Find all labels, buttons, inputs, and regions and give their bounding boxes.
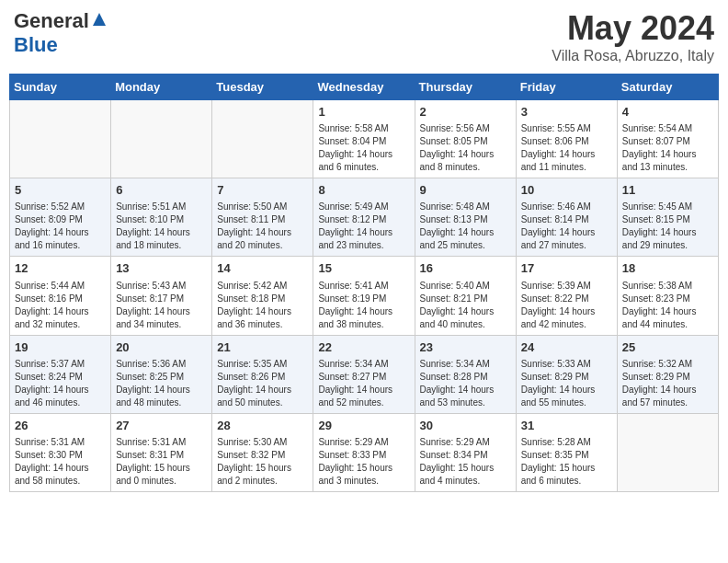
- day-info: Sunrise: 5:30 AM Sunset: 8:32 PM Dayligh…: [217, 436, 308, 488]
- day-of-week-header: Monday: [111, 75, 212, 100]
- day-info: Sunrise: 5:33 AM Sunset: 8:29 PM Dayligh…: [521, 358, 612, 409]
- calendar-cell: 17Sunrise: 5:39 AM Sunset: 8:22 PM Dayli…: [516, 257, 617, 335]
- logo: General Blue: [14, 9, 108, 57]
- day-info: Sunrise: 5:41 AM Sunset: 8:19 PM Dayligh…: [318, 280, 409, 331]
- calendar-cell: 28Sunrise: 5:30 AM Sunset: 8:32 PM Dayli…: [212, 413, 313, 491]
- calendar-cell: [617, 413, 718, 491]
- day-number: 21: [217, 339, 308, 356]
- calendar-cell: 18Sunrise: 5:38 AM Sunset: 8:23 PM Dayli…: [617, 257, 718, 335]
- day-number: 15: [318, 260, 409, 277]
- calendar-week-row: 5Sunrise: 5:52 AM Sunset: 8:09 PM Daylig…: [10, 178, 719, 257]
- day-info: Sunrise: 5:45 AM Sunset: 8:15 PM Dayligh…: [622, 201, 713, 252]
- day-info: Sunrise: 5:36 AM Sunset: 8:25 PM Dayligh…: [116, 358, 207, 409]
- page-header: General Blue May 2024 Villa Rosa, Abruzz…: [9, 9, 719, 64]
- day-info: Sunrise: 5:34 AM Sunset: 8:27 PM Dayligh…: [318, 358, 409, 409]
- day-info: Sunrise: 5:29 AM Sunset: 8:33 PM Dayligh…: [318, 436, 409, 488]
- location-text: Villa Rosa, Abruzzo, Italy: [552, 48, 714, 64]
- day-number: 25: [622, 339, 713, 356]
- day-number: 22: [318, 339, 409, 356]
- day-info: Sunrise: 5:38 AM Sunset: 8:23 PM Dayligh…: [622, 280, 713, 331]
- day-number: 11: [622, 182, 713, 199]
- calendar-cell: 31Sunrise: 5:28 AM Sunset: 8:35 PM Dayli…: [516, 413, 617, 491]
- day-info: Sunrise: 5:32 AM Sunset: 8:29 PM Dayligh…: [622, 358, 713, 409]
- day-info: Sunrise: 5:48 AM Sunset: 8:13 PM Dayligh…: [420, 201, 511, 252]
- calendar-cell: 2Sunrise: 5:56 AM Sunset: 8:05 PM Daylig…: [415, 100, 516, 178]
- day-info: Sunrise: 5:40 AM Sunset: 8:21 PM Dayligh…: [420, 280, 511, 331]
- day-info: Sunrise: 5:31 AM Sunset: 8:30 PM Dayligh…: [15, 436, 106, 488]
- calendar-cell: 26Sunrise: 5:31 AM Sunset: 8:30 PM Dayli…: [10, 413, 111, 491]
- calendar-cell: [212, 100, 313, 178]
- day-of-week-header: Saturday: [617, 75, 718, 100]
- calendar-cell: 8Sunrise: 5:49 AM Sunset: 8:12 PM Daylig…: [313, 178, 415, 257]
- calendar-cell: 12Sunrise: 5:44 AM Sunset: 8:16 PM Dayli…: [10, 257, 111, 335]
- day-info: Sunrise: 5:55 AM Sunset: 8:06 PM Dayligh…: [521, 122, 612, 174]
- calendar-cell: 13Sunrise: 5:43 AM Sunset: 8:17 PM Dayli…: [111, 257, 212, 335]
- day-number: 23: [420, 339, 511, 356]
- day-number: 2: [420, 104, 511, 121]
- calendar-cell: 11Sunrise: 5:45 AM Sunset: 8:15 PM Dayli…: [617, 178, 718, 257]
- day-info: Sunrise: 5:49 AM Sunset: 8:12 PM Dayligh…: [318, 201, 409, 252]
- calendar-cell: 19Sunrise: 5:37 AM Sunset: 8:24 PM Dayli…: [10, 335, 111, 413]
- day-info: Sunrise: 5:50 AM Sunset: 8:11 PM Dayligh…: [217, 201, 308, 252]
- svg-marker-0: [93, 13, 106, 26]
- day-of-week-header: Tuesday: [212, 75, 313, 100]
- calendar-cell: 24Sunrise: 5:33 AM Sunset: 8:29 PM Dayli…: [516, 335, 617, 413]
- day-number: 16: [420, 260, 511, 277]
- day-info: Sunrise: 5:43 AM Sunset: 8:17 PM Dayligh…: [116, 280, 207, 331]
- day-info: Sunrise: 5:46 AM Sunset: 8:14 PM Dayligh…: [521, 201, 612, 252]
- calendar-week-row: 12Sunrise: 5:44 AM Sunset: 8:16 PM Dayli…: [10, 257, 719, 335]
- day-number: 20: [116, 339, 207, 356]
- day-info: Sunrise: 5:29 AM Sunset: 8:34 PM Dayligh…: [420, 436, 511, 488]
- calendar-table: SundayMondayTuesdayWednesdayThursdayFrid…: [9, 74, 719, 492]
- calendar-cell: 4Sunrise: 5:54 AM Sunset: 8:07 PM Daylig…: [617, 100, 718, 178]
- calendar-cell: 29Sunrise: 5:29 AM Sunset: 8:33 PM Dayli…: [313, 413, 415, 491]
- day-info: Sunrise: 5:31 AM Sunset: 8:31 PM Dayligh…: [116, 436, 207, 488]
- title-section: May 2024 Villa Rosa, Abruzzo, Italy: [552, 9, 714, 64]
- calendar-cell: [111, 100, 212, 178]
- day-number: 19: [15, 339, 106, 356]
- calendar-cell: 21Sunrise: 5:35 AM Sunset: 8:26 PM Dayli…: [212, 335, 313, 413]
- day-number: 31: [521, 418, 612, 434]
- calendar-cell: 3Sunrise: 5:55 AM Sunset: 8:06 PM Daylig…: [516, 100, 617, 178]
- day-number: 30: [420, 418, 511, 434]
- calendar-cell: 1Sunrise: 5:58 AM Sunset: 8:04 PM Daylig…: [313, 100, 415, 178]
- day-info: Sunrise: 5:56 AM Sunset: 8:05 PM Dayligh…: [420, 122, 511, 174]
- logo-general-text: General: [14, 9, 89, 33]
- calendar-week-row: 1Sunrise: 5:58 AM Sunset: 8:04 PM Daylig…: [10, 100, 719, 178]
- calendar-cell: 10Sunrise: 5:46 AM Sunset: 8:14 PM Dayli…: [516, 178, 617, 257]
- day-number: 28: [217, 418, 308, 434]
- day-number: 10: [521, 182, 612, 199]
- calendar-cell: 27Sunrise: 5:31 AM Sunset: 8:31 PM Dayli…: [111, 413, 212, 491]
- day-number: 29: [318, 418, 409, 434]
- day-info: Sunrise: 5:28 AM Sunset: 8:35 PM Dayligh…: [521, 436, 612, 488]
- day-number: 18: [622, 260, 713, 277]
- day-number: 27: [116, 418, 207, 434]
- day-info: Sunrise: 5:42 AM Sunset: 8:18 PM Dayligh…: [217, 280, 308, 331]
- day-number: 12: [15, 260, 106, 277]
- calendar-cell: 30Sunrise: 5:29 AM Sunset: 8:34 PM Dayli…: [415, 413, 516, 491]
- calendar-cell: 20Sunrise: 5:36 AM Sunset: 8:25 PM Dayli…: [111, 335, 212, 413]
- day-info: Sunrise: 5:34 AM Sunset: 8:28 PM Dayligh…: [420, 358, 511, 409]
- day-number: 17: [521, 260, 612, 277]
- day-number: 4: [622, 104, 713, 121]
- calendar-cell: 23Sunrise: 5:34 AM Sunset: 8:28 PM Dayli…: [415, 335, 516, 413]
- day-of-week-header: Friday: [516, 75, 617, 100]
- calendar-cell: 7Sunrise: 5:50 AM Sunset: 8:11 PM Daylig…: [212, 178, 313, 257]
- day-number: 26: [15, 418, 106, 434]
- calendar-cell: 5Sunrise: 5:52 AM Sunset: 8:09 PM Daylig…: [10, 178, 111, 257]
- calendar-cell: 6Sunrise: 5:51 AM Sunset: 8:10 PM Daylig…: [111, 178, 212, 257]
- day-info: Sunrise: 5:54 AM Sunset: 8:07 PM Dayligh…: [622, 122, 713, 174]
- day-number: 7: [217, 182, 308, 199]
- day-number: 9: [420, 182, 511, 199]
- day-info: Sunrise: 5:37 AM Sunset: 8:24 PM Dayligh…: [15, 358, 106, 409]
- calendar-cell: 15Sunrise: 5:41 AM Sunset: 8:19 PM Dayli…: [313, 257, 415, 335]
- calendar-cell: 16Sunrise: 5:40 AM Sunset: 8:21 PM Dayli…: [415, 257, 516, 335]
- calendar-cell: [10, 100, 111, 178]
- day-number: 3: [521, 104, 612, 121]
- day-number: 8: [318, 182, 409, 199]
- day-info: Sunrise: 5:44 AM Sunset: 8:16 PM Dayligh…: [15, 280, 106, 331]
- days-header-row: SundayMondayTuesdayWednesdayThursdayFrid…: [10, 75, 719, 100]
- day-info: Sunrise: 5:51 AM Sunset: 8:10 PM Dayligh…: [116, 201, 207, 252]
- day-of-week-header: Wednesday: [313, 75, 415, 100]
- day-of-week-header: Sunday: [10, 75, 111, 100]
